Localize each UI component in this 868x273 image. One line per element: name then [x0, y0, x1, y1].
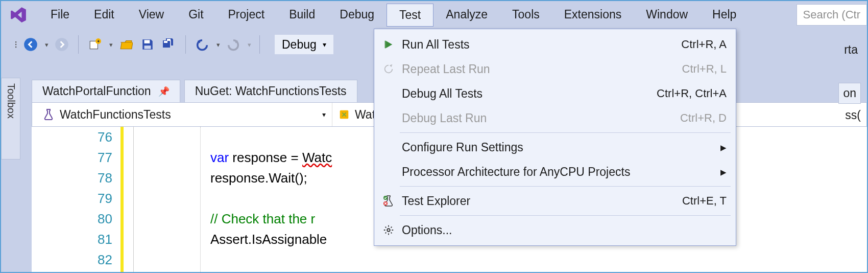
line-number-gutter: 76777879808182 [32, 127, 124, 272]
svg-rect-5 [144, 40, 150, 43]
class-icon [339, 109, 350, 120]
truncated-nav: ss( [845, 108, 861, 122]
menu-item-debug-last-run: Debug Last RunCtrl+R, D [374, 106, 736, 130]
save-button[interactable] [139, 36, 156, 53]
config-label: Debug [282, 38, 317, 52]
submenu-arrow-icon: ▸ [720, 165, 727, 179]
svg-rect-6 [144, 46, 151, 49]
new-project-button[interactable]: ✦ [87, 36, 103, 53]
chevron-down-icon[interactable]: ▾ [44, 41, 49, 49]
menu-item-repeat-last-run: Repeat Last RunCtrl+R, L [374, 57, 736, 81]
menu-separator [400, 215, 731, 216]
test-menu-dropdown: Run All TestsCtrl+R, ARepeat Last RunCtr… [374, 29, 736, 246]
gear-icon [378, 224, 399, 236]
svg-rect-7 [164, 41, 167, 43]
menu-item-configure-run-settings[interactable]: Configure Run Settings▸ [374, 135, 736, 160]
document-tabs: WatchPortalFunction📌NuGet: WatchFunction… [32, 78, 361, 102]
menu-help[interactable]: Help [700, 4, 749, 27]
vs-logo-icon [9, 5, 28, 25]
svg-point-1 [55, 38, 68, 51]
submenu-arrow-icon: ▸ [720, 141, 727, 154]
menu-bar: FileEditViewGitProjectBuildDebugTestAnal… [1, 1, 867, 29]
open-button[interactable] [118, 36, 134, 53]
test-explorer-icon [378, 195, 399, 207]
menu-item-options-[interactable]: Options... [374, 218, 736, 242]
doc-tab[interactable]: WatchPortalFunction📌 [32, 80, 180, 102]
svg-rect-10 [385, 41, 386, 49]
repeat-icon [378, 63, 399, 75]
menu-test[interactable]: Test [387, 4, 433, 27]
doc-tab[interactable]: NuGet: WatchFunctionsTests [184, 80, 357, 102]
editor-margin [124, 127, 134, 272]
undo-button[interactable] [194, 36, 210, 53]
menu-extensions[interactable]: Extensions [552, 4, 634, 27]
menu-separator [400, 132, 731, 133]
nav-forward-button[interactable] [54, 36, 70, 53]
menu-tools[interactable]: Tools [500, 4, 552, 27]
menu-project[interactable]: Project [216, 4, 277, 27]
menu-item-debug-all-tests[interactable]: Debug All TestsCtrl+R, Ctrl+A [374, 81, 736, 106]
pin-icon[interactable]: 📌 [158, 86, 170, 97]
nav-scope-combo[interactable]: WatchFunctionsTests ▾ [36, 103, 332, 126]
truncated-text: rta [844, 43, 858, 57]
menu-debug[interactable]: Debug [327, 4, 387, 27]
redo-button[interactable] [225, 36, 242, 53]
svg-text:✦: ✦ [97, 39, 101, 44]
svg-point-13 [387, 229, 390, 232]
menu-view[interactable]: View [127, 4, 176, 27]
toolbox-tab[interactable]: Toolbox [1, 78, 20, 160]
menu-item-processor-architecture-for-anycpu-projects[interactable]: Processor Architecture for AnyCPU Projec… [374, 160, 736, 184]
code-line[interactable] [210, 249, 867, 270]
menu-item-run-all-tests[interactable]: Run All TestsCtrl+R, A [374, 32, 736, 57]
menu-analyze[interactable]: Analyze [433, 4, 500, 27]
chevron-down-icon: ▾ [323, 40, 326, 49]
save-all-button[interactable] [161, 36, 177, 53]
solution-config-combo[interactable]: Debug ▾ [274, 34, 334, 55]
chevron-down-icon[interactable]: ▾ [108, 41, 113, 49]
search-placeholder: Search (Ctr [803, 8, 860, 21]
truncated-tab: on [838, 83, 861, 104]
svg-rect-8 [167, 39, 171, 41]
menu-separator [400, 186, 731, 187]
menu-edit[interactable]: Edit [82, 4, 127, 27]
chevron-down-icon: ▾ [322, 110, 326, 119]
svg-point-0 [24, 38, 37, 51]
menu-build[interactable]: Build [277, 4, 327, 27]
menu-window[interactable]: Window [634, 4, 700, 27]
chevron-down-icon[interactable]: ▾ [247, 41, 251, 49]
nav-back-button[interactable] [22, 36, 39, 53]
menu-item-test-explorer[interactable]: Test ExplorerCtrl+E, T [374, 189, 736, 213]
play-icon [378, 39, 399, 50]
menu-git[interactable]: Git [176, 4, 215, 27]
menu-file[interactable]: File [38, 4, 82, 27]
flask-icon [42, 108, 55, 121]
chevron-down-icon[interactable]: ▾ [215, 41, 220, 49]
search-input[interactable]: Search (Ctr [797, 4, 867, 26]
